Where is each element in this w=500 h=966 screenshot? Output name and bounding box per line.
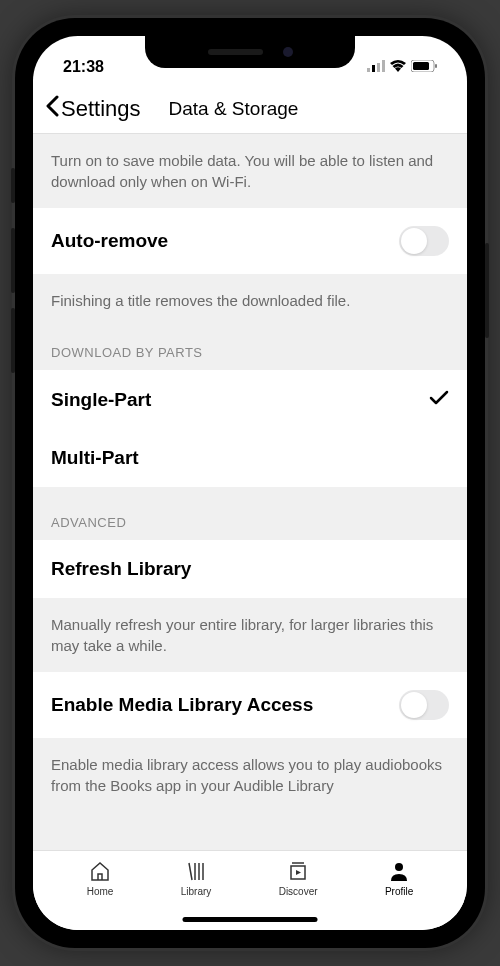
tab-library[interactable]: Library: [181, 859, 212, 910]
multi-part-row[interactable]: Multi-Part: [33, 429, 467, 487]
svg-rect-1: [372, 65, 375, 72]
chevron-left-icon: [45, 95, 59, 123]
enable-media-label: Enable Media Library Access: [51, 694, 313, 716]
multi-part-label: Multi-Part: [51, 447, 139, 469]
profile-icon: [387, 859, 411, 883]
home-indicator[interactable]: [183, 917, 318, 922]
wifi-description: Turn on to save mobile data. You will be…: [33, 134, 467, 208]
cellular-icon: [367, 58, 385, 76]
navigation-bar: Settings Data & Storage: [33, 84, 467, 134]
tab-discover-label: Discover: [279, 886, 318, 897]
tab-library-label: Library: [181, 886, 212, 897]
svg-point-13: [395, 863, 403, 871]
discover-icon: [286, 859, 310, 883]
back-label: Settings: [61, 96, 141, 122]
download-parts-header: DOWNLOAD BY PARTS: [33, 327, 467, 370]
screen: 21:38 Settings Data & Storage: [33, 36, 467, 930]
svg-rect-3: [382, 60, 385, 72]
tab-discover[interactable]: Discover: [279, 859, 318, 910]
refresh-description: Manually refresh your entire library, fo…: [33, 598, 467, 672]
volume-down: [11, 308, 15, 373]
svg-rect-6: [435, 64, 437, 68]
tab-home[interactable]: Home: [87, 859, 114, 910]
auto-remove-toggle[interactable]: [399, 226, 449, 256]
auto-remove-row[interactable]: Auto-remove: [33, 208, 467, 274]
back-button[interactable]: Settings: [45, 95, 141, 123]
volume-up: [11, 228, 15, 293]
power-button: [485, 243, 489, 338]
refresh-library-label: Refresh Library: [51, 558, 191, 580]
refresh-library-row[interactable]: Refresh Library: [33, 540, 467, 598]
mute-switch: [11, 168, 15, 203]
advanced-header: ADVANCED: [33, 487, 467, 540]
svg-line-7: [189, 863, 192, 880]
single-part-label: Single-Part: [51, 389, 151, 411]
auto-remove-description: Finishing a title removes the downloaded…: [33, 274, 467, 327]
media-access-description: Enable media library access allows you t…: [33, 738, 467, 812]
library-icon: [184, 859, 208, 883]
single-part-row[interactable]: Single-Part: [33, 370, 467, 429]
svg-rect-2: [377, 63, 380, 72]
auto-remove-label: Auto-remove: [51, 230, 168, 252]
tab-profile-label: Profile: [385, 886, 413, 897]
enable-media-row[interactable]: Enable Media Library Access: [33, 672, 467, 738]
home-icon: [88, 859, 112, 883]
status-time: 21:38: [63, 58, 104, 76]
enable-media-toggle[interactable]: [399, 690, 449, 720]
wifi-icon: [390, 58, 406, 76]
svg-rect-5: [413, 62, 429, 70]
page-title: Data & Storage: [141, 98, 456, 120]
notch: [145, 36, 355, 68]
content-area[interactable]: Turn on to save mobile data. You will be…: [33, 134, 467, 850]
phone-frame: 21:38 Settings Data & Storage: [15, 18, 485, 948]
status-icons: [367, 58, 437, 76]
tab-profile[interactable]: Profile: [385, 859, 413, 910]
svg-rect-0: [367, 68, 370, 72]
checkmark-icon: [429, 388, 449, 411]
battery-icon: [411, 58, 437, 76]
tab-home-label: Home: [87, 886, 114, 897]
